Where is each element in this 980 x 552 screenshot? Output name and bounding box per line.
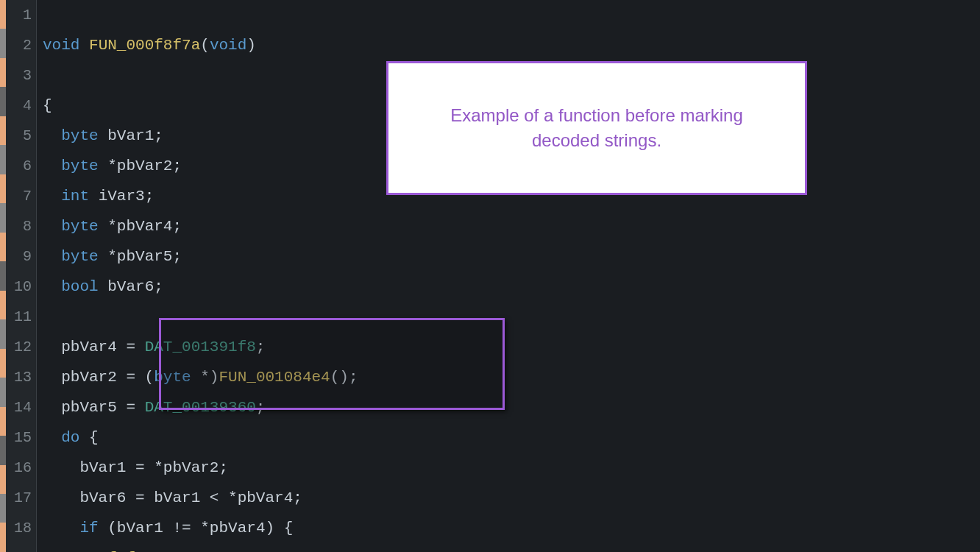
code-line[interactable]: pbVar2 = (byte *)FUN_001084e4(); (43, 362, 980, 392)
code-line[interactable] (43, 0, 980, 30)
line-number: 16 (6, 453, 36, 483)
keyword-void: void (210, 37, 246, 54)
line-number: 11 (6, 302, 36, 332)
code-line[interactable]: byte *pbVar4; (43, 211, 980, 241)
line-number: 15 (6, 422, 36, 453)
type-byte: byte (154, 369, 191, 386)
type-byte: byte (61, 248, 98, 265)
data-reference[interactable]: DAT_001391f8 (145, 339, 256, 355)
line-number: 4 (6, 91, 36, 121)
code-line[interactable]: void FUN_000f8f7a(void) (43, 30, 980, 60)
code-line[interactable]: byte *pbVar5; (43, 241, 980, 272)
keyword-if: if (79, 520, 98, 537)
line-number: 10 (6, 272, 36, 302)
code-line[interactable]: bool bVar6; (43, 272, 980, 302)
code-line[interactable]: pbVar4 = DAT_001391f8; (43, 332, 980, 362)
line-number: 14 (6, 392, 36, 422)
annotation-callout: Example of a function before marking dec… (386, 61, 807, 195)
type-bool: bool (61, 278, 98, 295)
line-number: 2 (6, 30, 36, 60)
line-number: 12 (6, 332, 36, 362)
function-call[interactable]: FUN_001084e4 (219, 369, 330, 386)
data-reference[interactable]: DAT_00139360 (145, 399, 256, 416)
keyword-do: do (61, 429, 79, 446)
line-number: 9 (6, 241, 36, 272)
line-number: 17 (6, 483, 36, 513)
code-line[interactable] (43, 302, 980, 332)
line-gutter: 1 2 3 4 5 6 7 8 9 10 11 12 13 14 15 16 1… (6, 0, 37, 552)
line-number: 13 (6, 362, 36, 392)
type-byte: byte (61, 218, 98, 235)
code-line[interactable]: bVar1 = *pbVar2; (43, 453, 980, 483)
code-line[interactable]: bVar6 = bVar1 < *pbVar4; (43, 483, 980, 513)
function-name[interactable]: FUN_000f8f7a (89, 37, 200, 54)
code-line[interactable]: if (bVar1 != *pbVar4) { (43, 513, 980, 543)
callout-text: Example of a function before marking dec… (418, 103, 775, 152)
edit-marker-strip (0, 0, 6, 552)
keyword-void: void (43, 37, 79, 54)
line-number: 8 (6, 211, 36, 241)
type-byte: byte (61, 158, 98, 174)
line-number: 6 (6, 151, 36, 181)
code-line[interactable]: pbVar5 = DAT_00139360; (43, 392, 980, 422)
line-number: 19 (6, 543, 36, 552)
type-byte: byte (61, 127, 98, 144)
line-number: 7 (6, 181, 36, 211)
line-number: 1 (6, 0, 36, 30)
line-number: 5 (6, 121, 36, 151)
code-line[interactable]: do { (43, 422, 980, 453)
line-number: 18 (6, 513, 36, 543)
line-number: 3 (6, 60, 36, 91)
code-line[interactable]: LAB_000f8fa6: (43, 543, 980, 552)
type-int: int (61, 188, 89, 205)
